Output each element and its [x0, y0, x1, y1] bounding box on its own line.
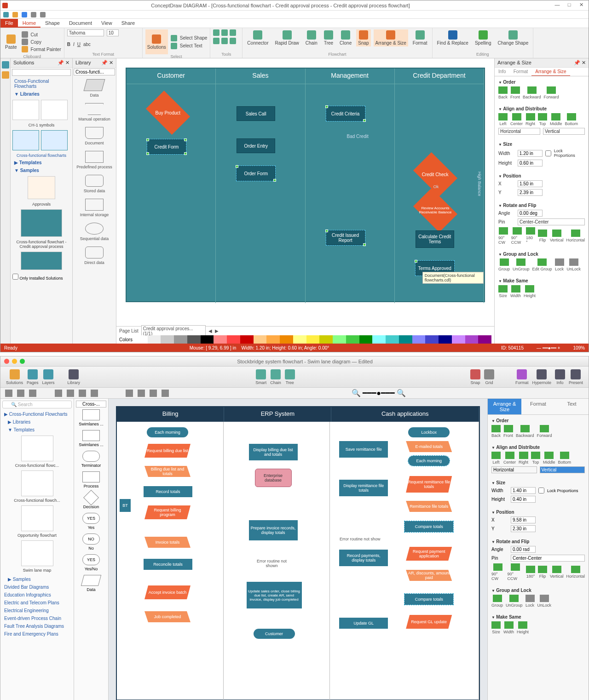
- lib-shape[interactable]: [82, 430, 100, 441]
- order-backward[interactable]: Backward: [516, 425, 534, 438]
- search-input[interactable]: 🔍 Search: [2, 401, 72, 408]
- tb-tree[interactable]: Tree: [285, 369, 295, 385]
- snap-button[interactable]: Snap: [356, 29, 370, 46]
- align-bottom[interactable]: Bottom: [558, 452, 572, 465]
- shape-order-entry[interactable]: Order Entry: [237, 138, 275, 153]
- thumb[interactable]: [21, 436, 53, 461]
- width-input[interactable]: [518, 150, 543, 157]
- qat-save-icon[interactable]: [22, 12, 27, 17]
- lib-shape[interactable]: [82, 451, 100, 462]
- tb-library[interactable]: Library: [68, 369, 81, 385]
- lib-shape-data[interactable]: [84, 79, 105, 91]
- tb-format[interactable]: Format: [515, 369, 529, 385]
- shape[interactable]: Update sales order, close billing due li…: [247, 582, 302, 608]
- shape[interactable]: Each morning: [147, 427, 188, 437]
- shape-calc-terms[interactable]: Calculate Credit Terms: [416, 230, 454, 248]
- rot-ccw[interactable]: 90° CCW: [511, 227, 523, 245]
- shape-sales-call[interactable]: Sales Call: [237, 106, 275, 121]
- x-input[interactable]: [511, 516, 536, 523]
- lib-shape[interactable]: [81, 575, 101, 586]
- tb-grid[interactable]: Grid: [484, 369, 494, 385]
- lane-header[interactable]: Customer: [127, 69, 216, 84]
- section-header[interactable]: Order: [498, 80, 585, 85]
- section-header[interactable]: Align and Distribute: [498, 106, 585, 111]
- tb-present[interactable]: Present: [569, 369, 583, 385]
- arc-tool-icon[interactable]: [221, 29, 228, 36]
- link[interactable]: Fault Tree Analysis Diagrams: [2, 622, 72, 630]
- lane-header[interactable]: ERP System: [224, 407, 331, 422]
- solutions-search[interactable]: [12, 69, 71, 76]
- pin-icon[interactable]: 📌 ✕: [101, 60, 113, 66]
- shape[interactable]: Request payment application: [406, 547, 452, 561]
- shape[interactable]: Enterprise database: [255, 469, 292, 487]
- pin-combo[interactable]: Center-Center: [511, 555, 585, 562]
- maximize-button[interactable]: □: [564, 2, 575, 9]
- shape-order-form[interactable]: Order Form: [237, 166, 275, 181]
- width-input[interactable]: [511, 487, 536, 494]
- order-back[interactable]: Back: [498, 86, 508, 99]
- thumb[interactable]: [41, 130, 68, 150]
- rot-cw[interactable]: 90° CW: [498, 227, 508, 245]
- tree-item[interactable]: ▶ Templates: [11, 159, 72, 166]
- shape[interactable]: Display billing due list and totals: [249, 444, 298, 460]
- same-size[interactable]: Size: [498, 285, 508, 298]
- shape[interactable]: Job completed: [144, 611, 191, 622]
- group-btn[interactable]: Group: [491, 595, 503, 608]
- shape[interactable]: Remittance file totals: [406, 501, 452, 512]
- status-zoom[interactable]: 109%: [573, 345, 585, 350]
- shape[interactable]: Compare totals: [404, 594, 453, 605]
- tb-layers[interactable]: Layers: [42, 369, 55, 385]
- height-input[interactable]: [511, 496, 536, 503]
- rot-180[interactable]: 180°: [526, 566, 535, 579]
- select-shape-button[interactable]: Select Shape: [171, 35, 208, 41]
- clone-button[interactable]: Clone: [338, 29, 353, 46]
- tree-item[interactable]: Cross-Functional Flowcharts: [11, 77, 72, 90]
- copy-button[interactable]: Copy: [22, 39, 61, 45]
- lane-header[interactable]: Credit Department: [395, 69, 484, 84]
- shape[interactable]: Invoice totals: [144, 537, 191, 548]
- paste-button[interactable]: Paste: [3, 29, 19, 54]
- lock-btn[interactable]: Lock: [555, 258, 564, 271]
- min-light[interactable]: [12, 359, 17, 364]
- section-header[interactable]: Position: [491, 510, 585, 515]
- flip-h[interactable]: Horizontal: [566, 230, 585, 242]
- tool-icon[interactable]: [29, 390, 36, 397]
- shape[interactable]: Request billing due list: [144, 444, 191, 458]
- tab-document[interactable]: Document: [64, 19, 97, 28]
- order-front[interactable]: Front: [510, 86, 520, 99]
- pin-icon[interactable]: 📌 ✕: [574, 60, 586, 66]
- section-header[interactable]: Align and Distribute: [491, 445, 585, 450]
- flip-v[interactable]: Vertical: [550, 566, 564, 579]
- lib-shape-stored[interactable]: [85, 175, 104, 187]
- align-right[interactable]: Right: [525, 113, 535, 126]
- x-input[interactable]: [518, 180, 543, 187]
- thumb[interactable]: [12, 100, 39, 120]
- canvas[interactable]: Customer Sales Management Credit Departm…: [116, 58, 494, 326]
- link[interactable]: Electrical Engineering: [2, 607, 72, 614]
- same-size[interactable]: Size: [491, 621, 501, 634]
- lib-shape[interactable]: [82, 471, 100, 482]
- rot-180[interactable]: 180 °: [526, 227, 535, 245]
- shape[interactable]: AR, discounts, amount paid: [406, 570, 452, 581]
- section-header[interactable]: Position: [498, 173, 585, 178]
- same-height[interactable]: Height: [524, 285, 536, 298]
- qat-open-icon[interactable]: [12, 12, 18, 17]
- unlock-btn[interactable]: UnLock: [567, 258, 581, 271]
- lib-shape-predefined[interactable]: [85, 151, 104, 163]
- thumb[interactable]: [21, 505, 53, 531]
- only-installed-checkbox[interactable]: [12, 274, 18, 280]
- tool-icon[interactable]: [79, 390, 86, 397]
- text-tool-icon[interactable]: [230, 38, 236, 44]
- thumb[interactable]: [21, 209, 62, 237]
- same-height[interactable]: Height: [517, 621, 529, 634]
- select-text-button[interactable]: Select Text: [171, 43, 208, 49]
- y-input[interactable]: [518, 189, 543, 196]
- tab-home[interactable]: Home: [18, 19, 40, 28]
- zoom-in-icon[interactable]: 🔍: [397, 389, 406, 397]
- angle-input[interactable]: [518, 210, 543, 217]
- align-center[interactable]: Center: [503, 452, 516, 465]
- tool-icon[interactable]: [55, 390, 62, 397]
- shape[interactable]: BT: [120, 499, 131, 512]
- shape[interactable]: Each morning: [408, 456, 450, 466]
- shape[interactable]: Display remittance file totals: [339, 480, 388, 496]
